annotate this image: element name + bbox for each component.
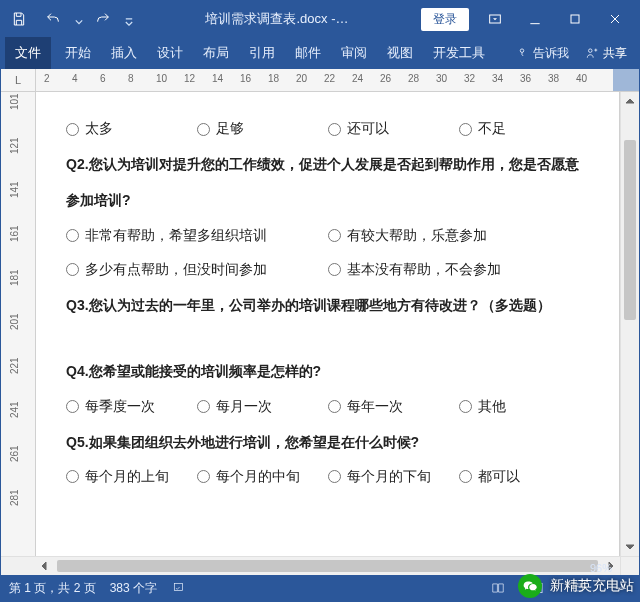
quick-access-toolbar bbox=[5, 5, 133, 33]
tab-design[interactable]: 设计 bbox=[147, 37, 193, 69]
save-icon[interactable] bbox=[5, 5, 33, 33]
ruler-vertical: 101121141161181201221241261281 bbox=[1, 92, 36, 556]
redo-icon[interactable] bbox=[89, 5, 117, 33]
scroll-left-icon bbox=[35, 557, 53, 575]
radio-option[interactable]: 每年一次 bbox=[328, 398, 459, 416]
tab-developer[interactable]: 开发工具 bbox=[423, 37, 495, 69]
question-3: Q3.您认为过去的一年里，公司举办的培训课程哪些地方有待改进？（多选题） bbox=[66, 287, 590, 323]
radio-option[interactable]: 太多 bbox=[66, 120, 197, 138]
tab-references[interactable]: 引用 bbox=[239, 37, 285, 69]
qat-customize-icon[interactable] bbox=[125, 15, 133, 23]
login-button[interactable]: 登录 bbox=[421, 8, 469, 31]
radio-option[interactable]: 足够 bbox=[197, 120, 328, 138]
page: 太多 足够 还可以 不足 Q2.您认为培训对提升您的工作绩效，促进个人发展是否起… bbox=[36, 92, 620, 556]
q2-options: 非常有帮助，希望多组织培训 有较大帮助，乐意参加 多少有点帮助，但没时间参加 基… bbox=[66, 219, 590, 287]
svg-rect-4 bbox=[174, 583, 182, 590]
tab-insert[interactable]: 插入 bbox=[101, 37, 147, 69]
radio-option[interactable]: 每个月的上旬 bbox=[66, 468, 197, 486]
close-icon[interactable] bbox=[595, 1, 635, 37]
window-controls bbox=[475, 1, 635, 37]
scroll-down-icon bbox=[621, 538, 639, 556]
ribbon-tabs: 文件 开始 插入 设计 布局 引用 邮件 审阅 视图 开发工具 告诉我 共享 bbox=[1, 37, 639, 69]
tell-me[interactable]: 告诉我 bbox=[507, 37, 577, 69]
watermark-overlay: 新精英充电站 bbox=[518, 574, 634, 598]
radio-option[interactable]: 有较大帮助，乐意参加 bbox=[328, 227, 590, 245]
tab-layout[interactable]: 布局 bbox=[193, 37, 239, 69]
tab-review[interactable]: 审阅 bbox=[331, 37, 377, 69]
svg-point-3 bbox=[589, 49, 593, 53]
question-5: Q5.如果集团组织去外地进行培训，您希望是在什么时候? bbox=[66, 424, 590, 460]
question-2: Q2.您认为培训对提升您的工作绩效，促进个人发展是否起到帮助作用，您是否愿意参加… bbox=[66, 146, 590, 219]
ruler-horizontal: L 246810121416182022242628303234363840 bbox=[1, 69, 639, 92]
svg-point-2 bbox=[520, 49, 524, 53]
radio-option[interactable]: 多少有点帮助，但没时间参加 bbox=[66, 261, 328, 279]
tab-mailings[interactable]: 邮件 bbox=[285, 37, 331, 69]
radio-option[interactable]: 每月一次 bbox=[197, 398, 328, 416]
radio-option[interactable]: 都可以 bbox=[459, 468, 590, 486]
scroll-thumb bbox=[57, 560, 598, 572]
svg-rect-1 bbox=[571, 15, 579, 23]
question-4: Q4.您希望或能接受的培训频率是怎样的? bbox=[66, 353, 590, 389]
horizontal-scrollbar[interactable] bbox=[35, 556, 620, 575]
radio-option[interactable]: 每个月的下旬 bbox=[328, 468, 459, 486]
q5-options: 每个月的上旬 每个月的中旬 每个月的下旬 都可以 bbox=[66, 460, 590, 494]
ribbon-options-icon[interactable] bbox=[475, 1, 515, 37]
read-mode-icon[interactable] bbox=[485, 578, 511, 598]
tab-view[interactable]: 视图 bbox=[377, 37, 423, 69]
share-button[interactable]: 共享 bbox=[577, 37, 635, 69]
radio-option[interactable]: 每季度一次 bbox=[66, 398, 197, 416]
title-bar: 培训需求调查表.docx -… 登录 bbox=[1, 1, 639, 37]
tab-home[interactable]: 开始 bbox=[55, 37, 101, 69]
document-area[interactable]: 太多 足够 还可以 不足 Q2.您认为培训对提升您的工作绩效，促进个人发展是否起… bbox=[36, 92, 620, 556]
radio-option[interactable]: 非常有帮助，希望多组织培训 bbox=[66, 227, 328, 245]
q4-options: 每季度一次 每月一次 每年一次 其他 bbox=[66, 390, 590, 424]
radio-option[interactable]: 不足 bbox=[459, 120, 590, 138]
vertical-scrollbar[interactable] bbox=[620, 92, 639, 556]
radio-option[interactable]: 还可以 bbox=[328, 120, 459, 138]
scroll-up-icon bbox=[621, 92, 639, 110]
tab-file[interactable]: 文件 bbox=[5, 37, 51, 69]
document-title: 培训需求调查表.docx -… bbox=[133, 10, 421, 28]
page-indicator[interactable]: 第 1 页，共 2 页 bbox=[9, 580, 96, 597]
maximize-icon[interactable] bbox=[555, 1, 595, 37]
zoom-percent[interactable]: 96% bbox=[590, 562, 612, 574]
wechat-icon bbox=[518, 574, 542, 598]
radio-option[interactable]: 基本没有帮助，不会参加 bbox=[328, 261, 590, 279]
undo-more-icon[interactable] bbox=[75, 15, 83, 23]
radio-option[interactable]: 其他 bbox=[459, 398, 590, 416]
radio-option[interactable]: 每个月的中旬 bbox=[197, 468, 328, 486]
spellcheck-icon[interactable] bbox=[171, 580, 187, 597]
watermark-text: 新精英充电站 bbox=[550, 577, 634, 595]
undo-icon[interactable] bbox=[39, 5, 67, 33]
scroll-thumb bbox=[624, 140, 636, 320]
minimize-icon[interactable] bbox=[515, 1, 555, 37]
ruler-corner: L bbox=[1, 69, 36, 91]
q1-options: 太多 足够 还可以 不足 bbox=[66, 112, 590, 146]
word-count[interactable]: 383 个字 bbox=[110, 580, 157, 597]
